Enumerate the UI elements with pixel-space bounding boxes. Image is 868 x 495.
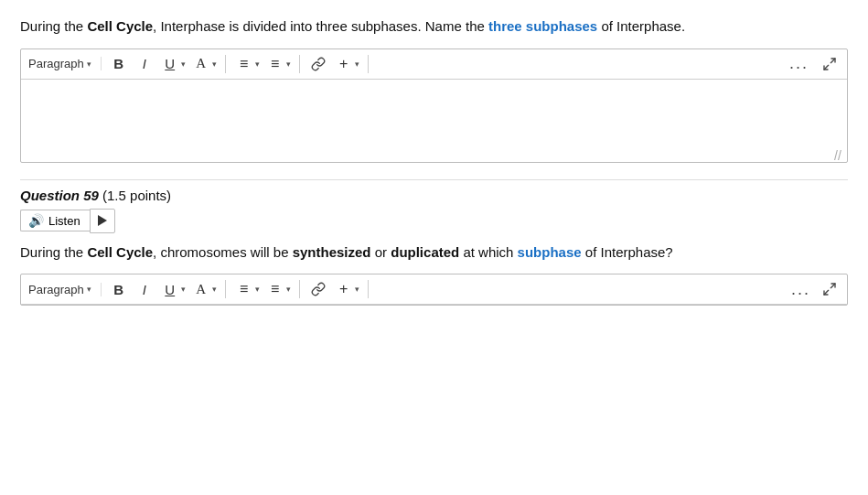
q59-text-3: or [371,244,391,260]
underline-button-59[interactable]: U [160,279,180,299]
insert-group-59[interactable]: + ▾ [334,279,359,299]
list-caret-59: ▾ [286,285,291,294]
fullscreen-button-59[interactable] [820,279,840,299]
listen-bar-59: 🔊 Listen [20,209,848,233]
listen-label-59: Listen [48,214,80,228]
fullscreen-button-58[interactable] [820,54,840,74]
align-left-group-58[interactable]: ≡ ▾ [234,54,260,74]
font-color-caret-58: ▾ [212,59,217,69]
link-button-58[interactable] [308,54,328,74]
editor-58: Paragraph ▾ B I U ▾ A ▾ [20,48,848,163]
list-button-59[interactable]: ≡ [265,279,285,299]
prompt-text-1: During the [20,18,87,34]
bold-button-59[interactable]: B [109,279,129,299]
list-group-58[interactable]: ≡ ▾ [265,54,291,74]
q59-text-2: , chromosomes will be [153,244,293,260]
editor-59: Paragraph ▾ B I U ▾ A ▾ [20,274,848,306]
separator-2-58 [299,55,300,73]
font-color-button-58[interactable]: A [191,54,211,74]
link-icon-58 [311,57,326,71]
q59-bold-duplicated: duplicated [391,244,459,260]
separator-1-58 [225,55,226,73]
svg-line-1 [824,65,829,70]
q59-blue-subphase: subphase [518,244,582,260]
separator-2-59 [299,280,300,298]
insert-caret-59: ▾ [355,285,359,294]
prompt-blue-three: three [488,18,522,34]
insert-group-58[interactable]: + ▾ [334,54,359,74]
paragraph-label-59: Paragraph [28,283,84,296]
separator-3-59 [368,280,369,298]
svg-line-3 [824,290,829,295]
paragraph-select-59[interactable]: Paragraph ▾ [28,283,102,296]
q59-bold-cell-cycle: Cell Cycle [87,244,153,260]
prompt-bold-cell-cycle-1: Cell Cycle [87,18,153,34]
editor-59-toolbar: Paragraph ▾ B I U ▾ A ▾ [21,274,847,305]
svg-line-2 [830,284,835,288]
align-left-caret-59: ▾ [255,285,260,294]
fullscreen-icon-58 [822,57,837,71]
paragraph-caret-58: ▾ [87,59,91,69]
underline-caret-58: ▾ [181,59,186,69]
question-59-points-text: (1.5 points) [102,188,171,203]
fullscreen-icon-59 [822,282,837,296]
question-59-block: Question 59 (1.5 points) 🔊 Listen During… [20,188,848,307]
paragraph-caret-59: ▾ [87,285,91,294]
list-caret-58: ▾ [286,59,291,69]
align-left-button-58[interactable]: ≡ [234,54,254,74]
font-color-group-58[interactable]: A ▾ [191,54,217,74]
align-left-button-59[interactable]: ≡ [234,279,254,299]
question-59-number: Question 59 [20,188,99,203]
italic-button-59[interactable]: I [134,279,155,299]
align-left-caret-58: ▾ [255,59,260,69]
q59-text-5: of Interphase? [582,244,673,260]
page-container: During the Cell Cycle, Interphase is div… [0,0,868,495]
underline-group-58[interactable]: U ▾ [160,54,186,74]
align-left-group-59[interactable]: ≡ ▾ [234,279,260,299]
font-color-button-59[interactable]: A [191,279,211,299]
separator-3-58 [368,55,369,73]
bold-button-58[interactable]: B [109,54,129,74]
divider-58-59 [20,179,848,180]
italic-button-58[interactable]: I [134,54,155,74]
insert-button-59[interactable]: + [334,279,354,299]
list-group-59[interactable]: ≡ ▾ [265,279,291,299]
q59-text-4: at which [459,244,517,260]
link-icon-59 [311,282,326,296]
font-color-caret-59: ▾ [212,285,217,294]
underline-caret-59: ▾ [181,285,186,294]
underline-button-58[interactable]: U [160,54,180,74]
link-button-59[interactable] [308,279,328,299]
listen-play-button-59[interactable] [90,209,115,233]
font-color-group-59[interactable]: A ▾ [191,279,217,299]
q59-bold-synthesized: synthesized [293,244,371,260]
speaker-icon: 🔊 [28,213,44,228]
question-59-prompt: During the Cell Cycle, chromosomes will … [20,242,848,264]
underline-group-59[interactable]: U ▾ [160,279,186,299]
play-icon-59 [98,215,107,226]
prompt-text-4: of Interphase. [597,18,685,34]
list-button-58[interactable]: ≡ [265,54,285,74]
prompt-text-2: , Interphase is divided into three subph… [153,18,488,34]
question-58-block: During the Cell Cycle, Interphase is div… [20,16,848,163]
question-58-prompt: During the Cell Cycle, Interphase is div… [20,16,848,38]
svg-line-0 [830,59,835,63]
resize-handle-58[interactable]: // [834,149,845,160]
prompt-blue-subphases: subphases [526,18,597,34]
listen-button-59[interactable]: 🔊 Listen [20,210,90,231]
separator-1-59 [225,280,226,298]
editor-58-body[interactable]: // [21,80,847,162]
paragraph-select-58[interactable]: Paragraph ▾ [28,57,102,70]
question-59-header: Question 59 (1.5 points) [20,188,848,203]
paragraph-label-58: Paragraph [28,57,84,70]
more-options-button-58[interactable]: ... [786,54,812,73]
editor-58-toolbar: Paragraph ▾ B I U ▾ A ▾ [21,49,847,80]
more-options-button-59[interactable]: ... [788,280,814,299]
insert-caret-58: ▾ [355,59,359,69]
q59-text-1: During the [20,244,87,260]
insert-button-58[interactable]: + [334,54,354,74]
